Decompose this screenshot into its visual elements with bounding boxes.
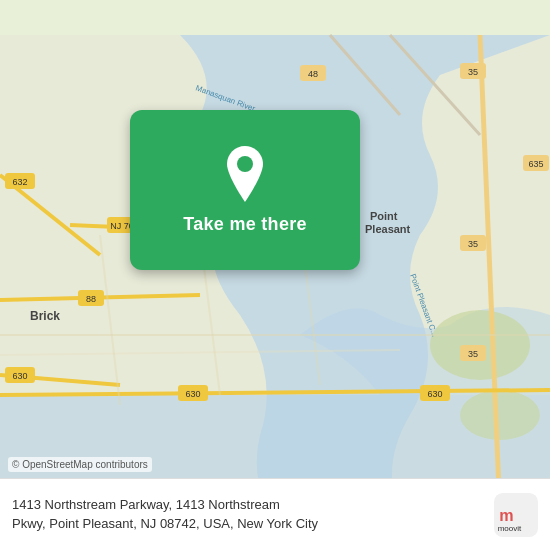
svg-text:Brick: Brick bbox=[30, 309, 60, 323]
svg-text:Point: Point bbox=[370, 210, 398, 222]
map-attribution: © OpenStreetMap contributors bbox=[8, 457, 152, 472]
svg-text:48: 48 bbox=[308, 69, 318, 79]
address-line1: 1413 Northstream Parkway, 1413 Northstre… bbox=[12, 497, 280, 512]
svg-text:630: 630 bbox=[185, 389, 200, 399]
svg-point-44 bbox=[237, 156, 253, 172]
info-bar: 1413 Northstream Parkway, 1413 Northstre… bbox=[0, 478, 550, 550]
svg-text:35: 35 bbox=[468, 239, 478, 249]
moovit-icon: m moovit bbox=[494, 493, 538, 537]
take-me-there-button[interactable]: Take me there bbox=[130, 110, 360, 270]
moovit-logo: m moovit bbox=[494, 493, 538, 537]
address-text: 1413 Northstream Parkway, 1413 Northstre… bbox=[12, 496, 494, 532]
attribution-text: © OpenStreetMap contributors bbox=[12, 459, 148, 470]
take-me-there-label: Take me there bbox=[183, 214, 307, 235]
map-container: 35 35 35 635 88 NJ 70 630 630 632 630 48 bbox=[0, 0, 550, 550]
svg-text:Pleasant: Pleasant bbox=[365, 223, 411, 235]
svg-text:632: 632 bbox=[12, 177, 27, 187]
location-pin-icon bbox=[221, 146, 269, 202]
svg-point-3 bbox=[460, 390, 540, 440]
svg-text:630: 630 bbox=[427, 389, 442, 399]
svg-text:m: m bbox=[499, 505, 513, 523]
svg-text:35: 35 bbox=[468, 67, 478, 77]
svg-text:630: 630 bbox=[12, 371, 27, 381]
address-line2: Pkwy, Point Pleasant, NJ 08742, USA, New… bbox=[12, 516, 318, 531]
svg-text:35: 35 bbox=[468, 349, 478, 359]
svg-text:moovit: moovit bbox=[498, 524, 522, 533]
svg-text:88: 88 bbox=[86, 294, 96, 304]
svg-text:635: 635 bbox=[528, 159, 543, 169]
